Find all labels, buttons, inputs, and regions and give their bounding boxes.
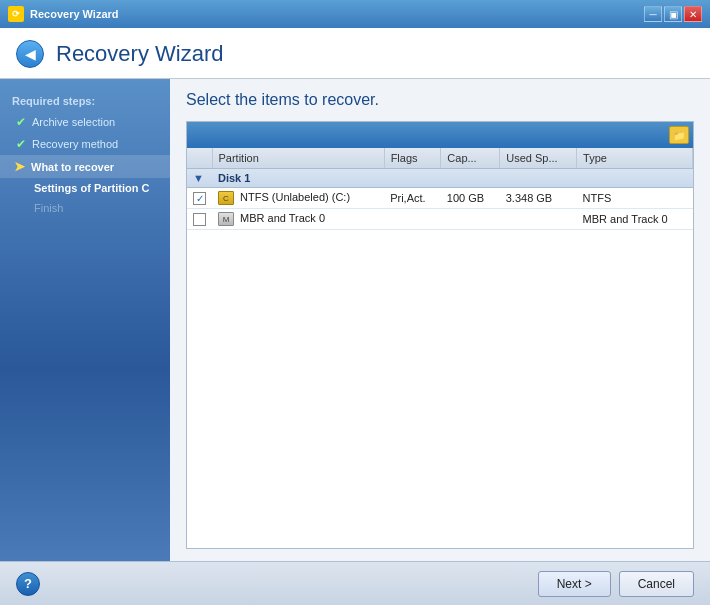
title-bar: ⟳ Recovery Wizard ─ ▣ ✕ bbox=[0, 0, 710, 28]
data-table: Partition Flags Cap... Used Sp... Type ▼… bbox=[187, 148, 693, 230]
partition-used-space bbox=[500, 209, 577, 230]
check-icon: ✔ bbox=[16, 137, 26, 151]
main-window: ◀ Recovery Wizard Required steps: ✔ Arch… bbox=[0, 28, 710, 605]
partition-flags: Pri,Act. bbox=[384, 188, 441, 209]
sidebar-item-settings[interactable]: Settings of Partition C bbox=[0, 178, 170, 198]
table-body: ▼ Disk 1 C NTFS (Unlabeled) (C:) bbox=[187, 169, 693, 230]
col-partition: Partition bbox=[212, 148, 384, 169]
footer-left: ? bbox=[16, 572, 40, 596]
check-icon: ✔ bbox=[16, 115, 26, 129]
partition-checkbox-cell bbox=[187, 209, 212, 230]
help-icon: ? bbox=[24, 576, 32, 591]
partition-capacity bbox=[441, 209, 500, 230]
partition-type: MBR and Track 0 bbox=[577, 209, 693, 230]
header-area: ◀ Recovery Wizard bbox=[0, 28, 710, 79]
partition-checkbox[interactable] bbox=[193, 213, 206, 226]
disk-group-row: ▼ Disk 1 bbox=[187, 169, 693, 188]
table-row[interactable]: M MBR and Track 0 MBR and Track 0 bbox=[187, 209, 693, 230]
header-title: Recovery Wizard bbox=[56, 41, 223, 67]
disk-expand-icon: ▼ bbox=[187, 169, 212, 188]
folder-icon: 📁 bbox=[669, 126, 689, 144]
col-capacity: Cap... bbox=[441, 148, 500, 169]
restore-button[interactable]: ▣ bbox=[664, 6, 682, 22]
table-header-bar: 📁 bbox=[187, 122, 693, 148]
partition-type: NTFS bbox=[577, 188, 693, 209]
sidebar-item-label: Finish bbox=[34, 202, 63, 214]
back-button[interactable]: ◀ bbox=[16, 40, 44, 68]
col-select bbox=[187, 148, 212, 169]
cancel-button[interactable]: Cancel bbox=[619, 571, 694, 597]
window-title: Recovery Wizard bbox=[30, 8, 119, 20]
sidebar: Required steps: ✔ Archive selection ✔ Re… bbox=[0, 79, 170, 561]
next-button[interactable]: Next > bbox=[538, 571, 611, 597]
sidebar-item-label: What to recover bbox=[31, 161, 114, 173]
table-header-row: Partition Flags Cap... Used Sp... Type bbox=[187, 148, 693, 169]
sidebar-item-label: Archive selection bbox=[32, 116, 115, 128]
sidebar-item-label: Settings of Partition C bbox=[34, 182, 150, 194]
title-bar-left: ⟳ Recovery Wizard bbox=[8, 6, 119, 22]
sidebar-section-title: Required steps: bbox=[0, 89, 170, 111]
partition-name: MBR and Track 0 bbox=[240, 212, 325, 224]
footer: ? Next > Cancel bbox=[0, 561, 710, 605]
partition-name: NTFS (Unlabeled) (C:) bbox=[240, 191, 350, 203]
minimize-button[interactable]: ─ bbox=[644, 6, 662, 22]
disk-label: Disk 1 bbox=[212, 169, 693, 188]
table-row[interactable]: C NTFS (Unlabeled) (C:) Pri,Act. 100 GB … bbox=[187, 188, 693, 209]
title-bar-controls: ─ ▣ ✕ bbox=[644, 6, 702, 22]
partition-used-space: 3.348 GB bbox=[500, 188, 577, 209]
close-button[interactable]: ✕ bbox=[684, 6, 702, 22]
sidebar-item-recovery-method[interactable]: ✔ Recovery method bbox=[0, 133, 170, 155]
table-container: 📁 Partition Flags Cap... Used Sp... Type bbox=[186, 121, 694, 549]
table-head: Partition Flags Cap... Used Sp... Type bbox=[187, 148, 693, 169]
app-icon: ⟳ bbox=[8, 6, 24, 22]
partition-icon: C bbox=[218, 191, 234, 205]
col-flags: Flags bbox=[384, 148, 441, 169]
col-used-space: Used Sp... bbox=[500, 148, 577, 169]
footer-right: Next > Cancel bbox=[538, 571, 694, 597]
help-button[interactable]: ? bbox=[16, 572, 40, 596]
sidebar-item-what-to-recover[interactable]: ➤ What to recover bbox=[0, 155, 170, 178]
partition-name-cell: M MBR and Track 0 bbox=[212, 209, 384, 230]
sidebar-item-finish: Finish bbox=[0, 198, 170, 218]
partition-flags bbox=[384, 209, 441, 230]
sidebar-item-label: Recovery method bbox=[32, 138, 118, 150]
arrow-icon: ➤ bbox=[14, 159, 25, 174]
partition-capacity: 100 GB bbox=[441, 188, 500, 209]
col-type: Type bbox=[577, 148, 693, 169]
sidebar-item-archive-selection[interactable]: ✔ Archive selection bbox=[0, 111, 170, 133]
panel-title: Select the items to recover. bbox=[186, 91, 694, 109]
content-area: Required steps: ✔ Archive selection ✔ Re… bbox=[0, 79, 710, 561]
partition-checkbox[interactable] bbox=[193, 192, 206, 205]
main-panel: Select the items to recover. 📁 Partition… bbox=[170, 79, 710, 561]
partition-icon: M bbox=[218, 212, 234, 226]
partition-name-cell: C NTFS (Unlabeled) (C:) bbox=[212, 188, 384, 209]
partition-checkbox-cell bbox=[187, 188, 212, 209]
